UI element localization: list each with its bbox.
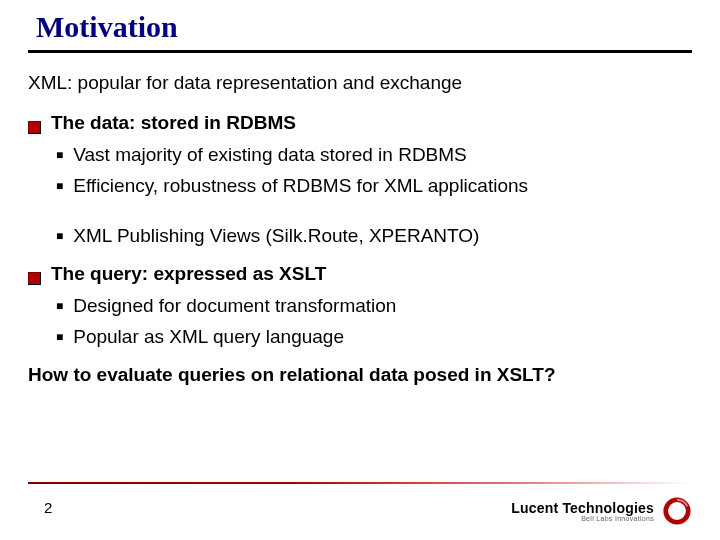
content-area: XML: popular for data representation and… — [0, 53, 720, 387]
square-bullet-icon: ■ — [56, 330, 63, 345]
list-item: ■ Popular as XML query language — [56, 325, 692, 349]
square-bullet-icon: ■ — [56, 299, 63, 314]
logo-sub-text: Bell Labs Innovations — [511, 515, 654, 522]
list-item: ■ Designed for document transformation — [56, 294, 692, 318]
list-item-text: Designed for document transformation — [73, 294, 396, 318]
list-item-text: Popular as XML query language — [73, 325, 344, 349]
ring-icon — [662, 496, 692, 526]
list-item-text: XML Publishing Views (Silk.Route, XPERAN… — [73, 224, 479, 248]
footer-rule — [28, 482, 692, 484]
list-item: ■ Vast majority of existing data stored … — [56, 143, 692, 167]
logo: Lucent Technologies Bell Labs Innovation… — [511, 496, 692, 526]
svg-rect-0 — [28, 121, 41, 134]
section-head-data: The data: stored in RDBMS — [28, 111, 692, 135]
closing-question: How to evaluate queries on relational da… — [28, 363, 692, 387]
page-number: 2 — [44, 499, 52, 516]
list-item: ■ XML Publishing Views (Silk.Route, XPER… — [56, 224, 692, 248]
intro-text: XML: popular for data representation and… — [28, 71, 692, 95]
square-bullet-icon: ■ — [56, 148, 63, 163]
section-head-label: The data: stored in RDBMS — [51, 111, 296, 135]
bullet-box-icon — [28, 116, 41, 129]
logo-main-text: Lucent Technologies — [511, 501, 654, 515]
list-item-text: Vast majority of existing data stored in… — [73, 143, 467, 167]
section-head-query: The query: expressed as XSLT — [28, 262, 692, 286]
square-bullet-icon: ■ — [56, 229, 63, 244]
bullet-box-icon — [28, 267, 41, 280]
slide-title: Motivation — [0, 0, 720, 50]
svg-rect-4 — [28, 272, 41, 285]
list-item-text: Efficiency, robustness of RDBMS for XML … — [73, 174, 528, 198]
list-item: ■ Efficiency, robustness of RDBMS for XM… — [56, 174, 692, 198]
square-bullet-icon: ■ — [56, 179, 63, 194]
section-head-label: The query: expressed as XSLT — [51, 262, 326, 286]
